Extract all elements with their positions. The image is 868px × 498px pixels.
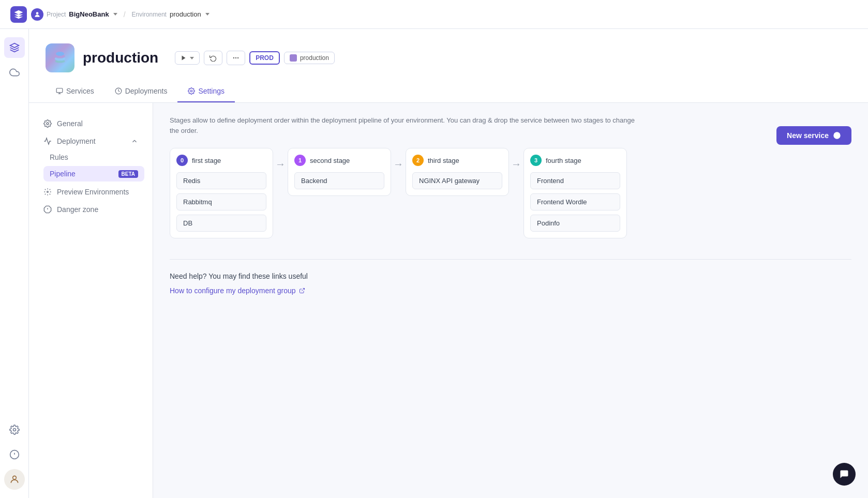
collapse-icon	[131, 138, 138, 145]
settings-nav-danger-zone[interactable]: Danger zone	[37, 201, 144, 218]
sidebar-bottom	[4, 419, 25, 490]
project-chevron-icon	[113, 13, 117, 16]
pipeline-content: Stages allow to define deployment order …	[153, 103, 868, 498]
page-title: production	[83, 50, 158, 66]
stage-1-number: 1	[294, 155, 306, 166]
stage-1-card: 1 second stage Backend	[288, 148, 391, 196]
refresh-button[interactable]	[204, 51, 222, 65]
stage-1-service-0[interactable]: Backend	[294, 172, 384, 189]
stage-1-name: second stage	[310, 157, 350, 164]
play-button[interactable]	[175, 51, 200, 65]
external-link-icon	[299, 288, 305, 294]
stage-0-service-2[interactable]: DB	[176, 215, 266, 232]
top-area: production PROD production	[29, 29, 868, 103]
svg-point-14	[237, 57, 238, 58]
stage-0-name: first stage	[192, 157, 221, 164]
separator: /	[124, 10, 126, 19]
env-chevron-icon	[205, 13, 209, 16]
header-actions: PROD production	[175, 51, 335, 65]
svg-point-23	[47, 123, 49, 125]
svg-point-13	[235, 57, 236, 58]
pipeline-beta-badge: BETA	[118, 170, 138, 178]
stage-2-name: third stage	[428, 157, 459, 164]
page-header-top: production PROD production	[46, 43, 851, 72]
stage-3-number: 3	[530, 155, 542, 166]
stage-3-card: 3 fourth stage Frontend Frontend Wordle …	[523, 148, 627, 238]
sidebar-avatar[interactable]	[4, 469, 25, 490]
env-name: production	[170, 10, 201, 18]
svg-marker-1	[10, 43, 19, 48]
svg-marker-11	[182, 56, 186, 61]
content-area: General Deployment Rules Pipeline	[29, 103, 868, 498]
tab-settings[interactable]: Settings	[177, 81, 235, 102]
stage-3-service-2[interactable]: Podinfo	[530, 215, 620, 232]
more-button[interactable]	[227, 51, 245, 65]
help-text: Need help? You may find these links usef…	[170, 272, 851, 280]
svg-line-28	[302, 289, 305, 292]
arrow-3: →	[509, 148, 523, 170]
tab-deployments[interactable]: Deployments	[104, 81, 178, 102]
page-header: production PROD production	[29, 29, 868, 103]
settings-group-deployment: Deployment Rules Pipeline BETA	[37, 133, 144, 182]
chat-bubble-button[interactable]	[833, 463, 856, 486]
env-badge[interactable]: production	[284, 52, 335, 64]
new-service-button[interactable]: New service	[776, 126, 851, 145]
settings-nav-rules[interactable]: Rules	[43, 149, 144, 165]
pipeline-description: Stages allow to define deployment order …	[170, 115, 635, 135]
svg-point-0	[36, 12, 39, 14]
svg-rect-15	[56, 88, 63, 93]
stage-2-header: 2 third stage	[412, 155, 502, 166]
sidebar-item-layers[interactable]	[4, 37, 25, 58]
env-dot-icon	[290, 54, 297, 62]
tabs: Services Deployments Settings	[46, 81, 851, 102]
svg-point-19	[191, 90, 193, 92]
stage-3-service-1[interactable]: Frontend Wordle	[530, 193, 620, 210]
svg-point-12	[233, 57, 234, 58]
stage-0-card: 0 first stage Redis Rabbitmq DB	[170, 148, 273, 238]
stage-0-service-0[interactable]: Redis	[176, 172, 266, 189]
stage-0-header: 0 first stage	[176, 155, 266, 166]
settings-sub-deployment: Rules Pipeline BETA	[37, 149, 144, 182]
stage-2-number: 2	[412, 155, 424, 166]
svg-point-2	[13, 429, 16, 431]
main-content: production PROD production	[29, 29, 868, 498]
stage-3-name: fourth stage	[546, 157, 581, 164]
svg-point-6	[12, 476, 16, 479]
arrow-2: →	[391, 148, 406, 170]
project-name: BigNeoBank	[69, 10, 109, 18]
stage-0-number: 0	[176, 155, 188, 166]
svg-point-24	[47, 191, 49, 193]
left-sidebar	[0, 29, 29, 498]
sidebar-settings-icon[interactable]	[4, 419, 25, 440]
settings-group-deployment-header[interactable]: Deployment	[37, 133, 144, 149]
play-chevron-icon	[190, 57, 194, 59]
settings-nav-preview-environments[interactable]: Preview Environments	[37, 184, 144, 200]
stage-2-card: 2 third stage NGINX API gateway	[406, 148, 509, 196]
stages-container: 0 first stage Redis Rabbitmq DB → 1 seco…	[170, 148, 851, 238]
svg-point-10	[56, 52, 64, 56]
sidebar-item-cloud[interactable]	[4, 62, 25, 83]
stage-0-service-1[interactable]: Rabbitmq	[176, 193, 266, 210]
stage-3-header: 3 fourth stage	[530, 155, 620, 166]
app-logo[interactable]	[10, 6, 27, 23]
stage-1-header: 1 second stage	[294, 155, 384, 166]
env-label: Environment	[132, 11, 167, 18]
prod-badge-button[interactable]: PROD	[249, 51, 280, 65]
settings-nav-general[interactable]: General	[37, 115, 144, 132]
environment-selector[interactable]: Environment production	[132, 10, 209, 18]
help-section: Need help? You may find these links usef…	[170, 259, 851, 295]
help-link[interactable]: How to configure my deployment group	[170, 286, 851, 295]
project-label: Project	[47, 11, 66, 18]
project-icon	[31, 8, 43, 21]
env-icon	[46, 43, 74, 72]
settings-nav: General Deployment Rules Pipeline	[29, 103, 153, 498]
sidebar-info-icon[interactable]	[4, 444, 25, 465]
stage-2-service-0[interactable]: NGINX API gateway	[412, 172, 502, 189]
project-selector[interactable]: Project BigNeoBank	[31, 8, 117, 21]
stage-3-service-0[interactable]: Frontend	[530, 172, 620, 189]
arrow-1: →	[273, 148, 288, 170]
topbar: Project BigNeoBank / Environment product…	[0, 0, 868, 29]
tab-services[interactable]: Services	[46, 81, 104, 102]
settings-nav-pipeline[interactable]: Pipeline BETA	[43, 166, 144, 182]
